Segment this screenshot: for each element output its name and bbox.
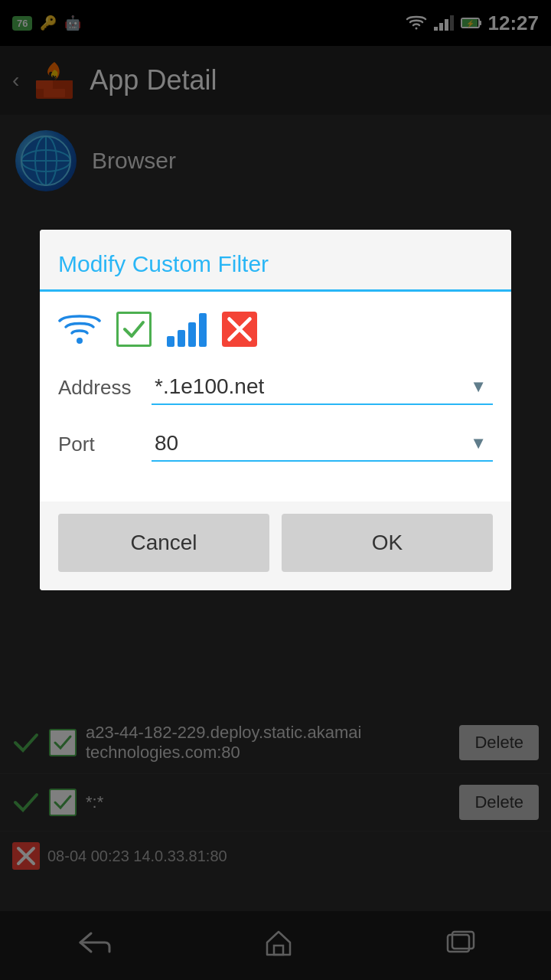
wifi-filter-icon[interactable] (58, 310, 101, 348)
port-input[interactable] (152, 426, 464, 460)
port-dropdown-arrow[interactable]: ▼ (464, 430, 493, 456)
svg-point-21 (77, 338, 83, 344)
ok-button[interactable]: OK (282, 514, 493, 572)
block-filter-icon[interactable] (222, 312, 257, 347)
dialog-title: Modify Custom Filter (58, 251, 269, 276)
wifi-check-box[interactable] (116, 312, 152, 347)
address-input[interactable] (152, 370, 464, 403)
cancel-button[interactable]: Cancel (58, 514, 269, 572)
dialog-body: Address ▼ Port ▼ (40, 292, 511, 501)
port-label: Port (58, 433, 142, 456)
dialog-buttons: Cancel OK (40, 501, 511, 590)
address-field-row: Address ▼ (58, 370, 493, 405)
modify-filter-dialog: Modify Custom Filter (40, 230, 511, 590)
address-label: Address (58, 376, 142, 400)
filter-icons-row (58, 310, 493, 348)
port-input-wrapper: ▼ (152, 426, 493, 462)
address-dropdown-arrow[interactable]: ▼ (464, 374, 493, 400)
port-field-row: Port ▼ (58, 426, 493, 462)
dialog-header: Modify Custom Filter (40, 230, 511, 289)
signal-filter-icon[interactable] (167, 312, 207, 347)
address-input-wrapper: ▼ (152, 370, 493, 405)
